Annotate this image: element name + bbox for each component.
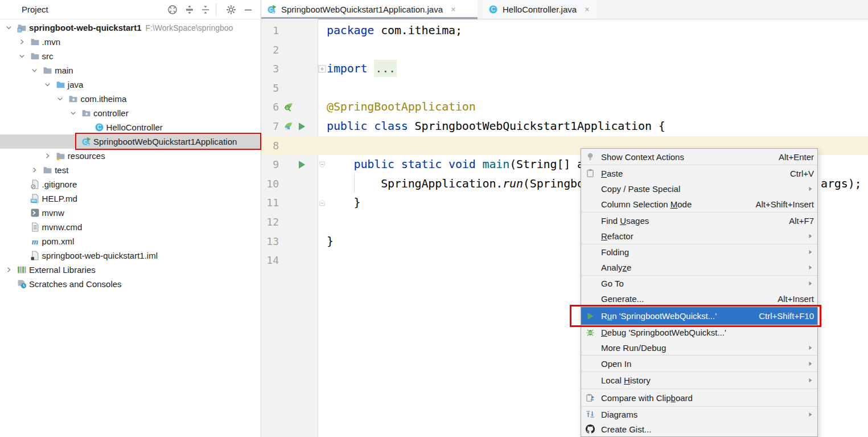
menu-item-more-run-debug[interactable]: More Run/Debug	[581, 340, 817, 355]
tree-item-pom-xml[interactable]: mpom.xml	[0, 234, 261, 248]
tree-item-mvnw[interactable]: mvnw	[0, 206, 261, 220]
menu-item-paste[interactable]: PasteCtrl+V	[581, 165, 817, 181]
menu-item-folding[interactable]: Folding	[581, 244, 817, 260]
tree-item-scratches-and-consoles[interactable]: Scratches and Consoles	[0, 277, 261, 291]
tree-chevron-right-icon[interactable]	[18, 38, 26, 46]
run-triangle-icon[interactable]	[297, 160, 307, 170]
tree-chevron-down-icon[interactable]	[5, 23, 13, 32]
tree-item-label: java	[68, 77, 84, 92]
compare-clipboard-icon	[586, 393, 595, 402]
menu-item-analyze[interactable]: Analyze	[581, 260, 817, 275]
menu-item-label: Show Context Actions	[601, 152, 772, 162]
menu-item-open-in[interactable]: Open In	[581, 356, 817, 371]
tree-chevron-down-icon[interactable]	[69, 109, 77, 117]
code-text: @SpringBootApplication	[327, 97, 476, 117]
tree-item-resources[interactable]: resources	[0, 149, 261, 163]
code-line-5[interactable]: 5	[261, 79, 868, 98]
menu-item-local-history[interactable]: Local History	[581, 372, 817, 389]
menu-item-run-springbootwebquickst[interactable]: Run 'SpringbootWebQuickst...'Ctrl+Shift+…	[581, 307, 817, 325]
minimize-icon[interactable]	[242, 4, 254, 15]
menu-item-generate[interactable]: Generate...Alt+Insert	[581, 291, 817, 307]
springboot-class-icon: C	[81, 137, 91, 146]
tree-chevron-right-icon[interactable]	[43, 152, 52, 160]
tree-chevron-down-icon[interactable]	[18, 52, 26, 60]
fold-down-icon[interactable]	[318, 161, 326, 169]
tree-item-controller[interactable]: controller	[0, 106, 261, 120]
spring-run-icon[interactable]	[283, 121, 293, 132]
tree-item-help-md[interactable]: MDHELP.md	[0, 191, 261, 206]
menu-item-copy-paste-special[interactable]: Copy / Paste Special	[581, 181, 817, 197]
locate-icon[interactable]	[167, 4, 178, 15]
menu-item-debug-springbootwebquickst[interactable]: Debug 'SpringbootWebQuickst...'	[581, 325, 817, 340]
github-icon	[586, 424, 595, 434]
svg-text:m: m	[31, 237, 38, 246]
tree-chevron-down-icon[interactable]	[56, 95, 64, 103]
menu-item-column-selection-mode[interactable]: Column Selection ModeAlt+Shift+Insert	[581, 197, 817, 212]
project-panel-title[interactable]: Project	[22, 0, 48, 19]
menu-item-compare-with-clipboard[interactable]: Compare with Clipboard	[581, 389, 817, 406]
tree-item-src[interactable]: src	[0, 49, 261, 63]
code-line-3[interactable]: 3import ...	[261, 59, 868, 79]
tree-chevron-right-icon[interactable]	[30, 166, 39, 174]
tree-chevron-down-icon[interactable]	[43, 80, 52, 89]
code-line-1[interactable]: 1package com.itheima;	[261, 21, 868, 40]
menu-item-shortcut: Alt+Insert	[778, 294, 814, 304]
close-icon[interactable]	[583, 6, 591, 13]
collapse-all-icon[interactable]	[200, 4, 211, 15]
menu-item-shortcut: Ctrl+Shift+F10	[759, 311, 814, 321]
tree-item-java[interactable]: java	[0, 77, 261, 92]
menu-item-refactor[interactable]: Refactor	[581, 228, 817, 244]
menu-item-diagrams[interactable]: Diagrams	[581, 407, 817, 422]
tree-chevron-down-icon[interactable]	[30, 66, 39, 75]
line-number: 12	[261, 213, 279, 232]
submenu-arrow-icon	[807, 248, 814, 256]
tree-item-label: controller	[93, 106, 129, 120]
debug-icon	[586, 328, 595, 337]
menu-item-shortcut: Alt+Shift+Insert	[755, 199, 814, 209]
tree-item-test[interactable]: test	[0, 163, 261, 177]
close-icon[interactable]	[450, 6, 457, 13]
tree-item--gitignore[interactable]: .gitignore	[0, 177, 261, 191]
tree-item-mvnw-cmd[interactable]: mvnw.cmd	[0, 220, 261, 234]
code-text: public static void main(String[] args) {	[327, 155, 624, 174]
tree-item-main[interactable]: main	[0, 63, 261, 77]
tree-item-springboot-web-quickstart1-iml[interactable]: springboot-web-quickstart1.iml	[0, 248, 261, 263]
project-panel-header: Project	[0, 0, 261, 19]
menu-item-label: Column Selection Mode	[601, 199, 748, 209]
menu-item-label: Debug 'SpringbootWebQuickst...'	[601, 328, 814, 337]
tree-item-springbootwebquickstart1application[interactable]: CSpringbootWebQuickstart1Application	[0, 134, 261, 149]
code-line-2[interactable]: 2	[261, 40, 868, 60]
tree-item-springboot-web-quickstart1[interactable]: springboot-web-quickstart1F:\WorkSpace\s…	[0, 21, 261, 35]
class-icon: C	[94, 122, 104, 132]
chevron-down-icon[interactable]	[52, 4, 61, 13]
tab-hellocontroller-java[interactable]: CHelloController.java	[483, 0, 597, 19]
tree-item-hellocontroller[interactable]: CHelloController	[0, 120, 261, 134]
menu-item-label: Run 'SpringbootWebQuickst...'	[601, 311, 752, 321]
line-number: 5	[261, 79, 279, 98]
spring-search-icon[interactable]	[283, 102, 293, 112]
tree-item-label: springboot-web-quickstart1F:\WorkSpace\s…	[29, 21, 233, 35]
fold-up-icon[interactable]	[318, 199, 326, 207]
code-text: package com.itheima;	[327, 21, 462, 40]
run-triangle-icon[interactable]	[297, 121, 307, 132]
menu-item-create-gist[interactable]: Create Gist...	[581, 422, 817, 436]
tree-item--mvn[interactable]: .mvn	[0, 35, 261, 49]
expand-all-icon[interactable]	[184, 4, 195, 15]
fold-plus-icon[interactable]	[318, 65, 326, 73]
tab-springbootwebquickstart1application-java[interactable]: CSpringbootWebQuickstart1Application.jav…	[261, 0, 478, 19]
tree-chevron-right-icon[interactable]	[5, 266, 13, 274]
line-number: 6	[261, 97, 279, 117]
menu-item-show-context-actions[interactable]: Show Context ActionsAlt+Enter	[581, 149, 817, 165]
menu-item-label: Folding	[601, 247, 802, 257]
menu-item-label: Diagrams	[601, 410, 802, 419]
menu-item-label: Create Gist...	[601, 424, 814, 434]
menu-item-find-usages[interactable]: Find UsagesAlt+F7	[581, 213, 817, 228]
svg-text:MD: MD	[31, 199, 36, 202]
gear-icon[interactable]	[225, 4, 237, 15]
tree-item-external-libraries[interactable]: External Libraries	[0, 263, 261, 277]
menu-item-go-to[interactable]: Go To	[581, 276, 817, 291]
code-line-6[interactable]: 6@SpringBootApplication	[261, 97, 868, 117]
tree-item-label: SpringbootWebQuickstart1Application	[93, 134, 237, 149]
code-line-7[interactable]: 7public class SpringbootWebQuickstart1Ap…	[261, 117, 868, 136]
tree-item-com-itheima[interactable]: com.itheima	[0, 92, 261, 106]
